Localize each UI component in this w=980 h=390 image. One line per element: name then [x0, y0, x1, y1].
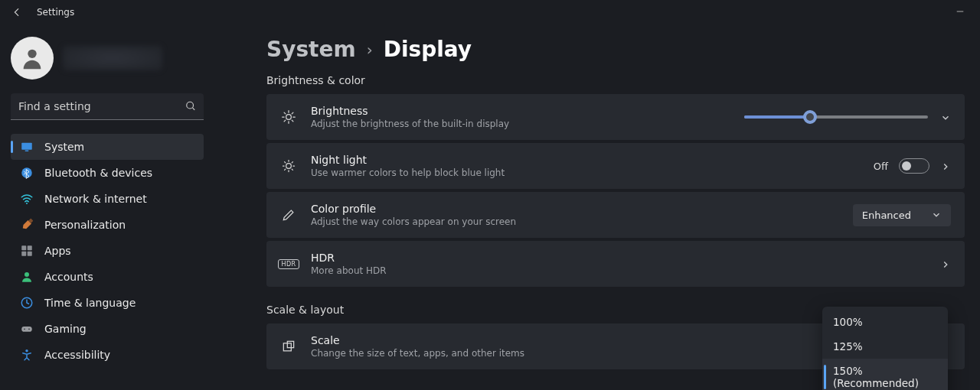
person-icon: [20, 270, 34, 284]
night-light-icon: [280, 158, 297, 174]
sidebar-item-network[interactable]: Network & internet: [11, 186, 204, 212]
sidebar-item-system[interactable]: System: [11, 134, 204, 160]
user-profile[interactable]: [11, 37, 219, 80]
breadcrumb: System › Display: [266, 37, 965, 62]
setting-title: Scale: [311, 334, 524, 346]
globe-clock-icon: [20, 296, 34, 310]
svg-line-26: [284, 120, 286, 122]
svg-point-18: [25, 349, 28, 352]
setting-subtitle: Use warmer colors to help block blue lig…: [311, 167, 505, 178]
svg-rect-4: [21, 143, 32, 150]
svg-rect-10: [28, 245, 32, 250]
breadcrumb-parent[interactable]: System: [266, 37, 356, 62]
svg-point-16: [24, 329, 25, 330]
setting-subtitle: Change the size of text, apps, and other…: [311, 348, 524, 359]
paintbrush-icon: [20, 218, 34, 232]
dropdown-option[interactable]: 125%: [822, 334, 948, 359]
dropdown-option[interactable]: 100%: [822, 310, 948, 334]
svg-line-25: [292, 120, 293, 122]
svg-rect-15: [21, 327, 32, 332]
page-title: Display: [384, 37, 472, 62]
apps-icon: [20, 244, 34, 258]
setting-title: Brightness: [311, 105, 509, 117]
sidebar-item-gaming[interactable]: Gaming: [11, 316, 204, 342]
svg-point-17: [28, 329, 30, 330]
chevron-right-icon[interactable]: [940, 258, 951, 269]
svg-line-24: [284, 112, 286, 114]
svg-line-34: [292, 169, 292, 170]
sidebar-nav: System Bluetooth & devices Network & int…: [11, 134, 204, 368]
setting-color-profile[interactable]: Color profile Adjust the way colors appe…: [266, 192, 965, 238]
sidebar-item-label: Personalization: [44, 219, 126, 231]
setting-night-light[interactable]: Night light Use warmer colors to help bl…: [266, 143, 965, 189]
gamepad-icon: [20, 322, 34, 336]
pen-icon: [280, 207, 297, 223]
svg-line-3: [193, 108, 195, 110]
chevron-down-icon: [931, 210, 942, 220]
window-title: Settings: [37, 7, 74, 18]
dropdown-option-selected[interactable]: 150% (Recommended): [822, 359, 948, 390]
svg-rect-38: [287, 341, 293, 347]
svg-point-7: [26, 203, 28, 204]
monitor-icon: [20, 140, 34, 154]
hdr-icon: HDR: [280, 259, 297, 269]
svg-point-13: [24, 272, 29, 277]
sidebar-item-label: Time & language: [44, 297, 136, 309]
search-icon: [185, 99, 196, 114]
svg-rect-11: [21, 252, 26, 256]
toggle-state-label: Off: [874, 161, 888, 172]
chevron-right-icon[interactable]: [940, 161, 951, 171]
wifi-icon: [20, 192, 34, 206]
svg-point-2: [187, 102, 194, 109]
sidebar-item-accounts[interactable]: Accounts: [11, 264, 204, 290]
chevron-down-icon[interactable]: [940, 112, 951, 122]
svg-point-6: [21, 167, 32, 178]
svg-point-19: [286, 115, 292, 120]
accessibility-icon: [20, 348, 34, 362]
sidebar-item-time-language[interactable]: Time & language: [11, 290, 204, 316]
setting-brightness[interactable]: Brightness Adjust the brightness of the …: [266, 94, 965, 140]
setting-title: Color profile: [311, 203, 516, 215]
svg-line-33: [285, 162, 286, 163]
svg-rect-12: [28, 252, 32, 256]
sidebar-item-bluetooth[interactable]: Bluetooth & devices: [11, 160, 204, 186]
chevron-right-icon: ›: [367, 41, 373, 59]
svg-point-28: [286, 164, 292, 169]
sidebar-item-label: Apps: [44, 245, 71, 257]
setting-title: HDR: [311, 252, 387, 264]
scale-icon: [280, 339, 297, 354]
sidebar-item-label: Accounts: [44, 271, 93, 283]
svg-rect-9: [21, 245, 26, 250]
sidebar-item-label: System: [44, 141, 84, 153]
night-light-toggle[interactable]: [899, 158, 929, 174]
brightness-slider[interactable]: [744, 115, 928, 119]
setting-hdr[interactable]: HDR HDR More about HDR: [266, 241, 965, 287]
setting-title: Night light: [311, 154, 505, 166]
setting-subtitle: Adjust the way colors appear on your scr…: [311, 216, 516, 227]
sidebar-item-accessibility[interactable]: Accessibility: [11, 342, 204, 368]
sidebar-item-label: Network & internet: [44, 193, 147, 205]
sidebar-item-label: Bluetooth & devices: [44, 167, 152, 179]
svg-rect-5: [25, 151, 29, 152]
sun-icon: [280, 109, 297, 125]
setting-subtitle: Adjust the brightness of the built-in di…: [311, 119, 509, 129]
select-value: Enhanced: [862, 210, 911, 221]
bluetooth-icon: [20, 166, 34, 180]
back-button[interactable]: [6, 2, 28, 23]
svg-point-1: [28, 50, 36, 58]
setting-subtitle: More about HDR: [311, 265, 387, 276]
sidebar-item-apps[interactable]: Apps: [11, 238, 204, 264]
section-header-brightness-color: Brightness & color: [266, 74, 965, 86]
minimize-button[interactable]: [946, 3, 974, 21]
svg-line-27: [292, 112, 293, 114]
svg-line-36: [292, 162, 292, 163]
user-name-redacted: [63, 46, 162, 70]
sidebar-item-personalization[interactable]: Personalization: [11, 212, 204, 238]
color-profile-select[interactable]: Enhanced: [853, 204, 951, 226]
sidebar-item-label: Gaming: [44, 323, 87, 335]
sidebar-item-label: Accessibility: [44, 349, 110, 361]
svg-line-35: [285, 169, 286, 170]
avatar: [11, 37, 54, 80]
search-input[interactable]: [11, 93, 204, 120]
scale-dropdown: 100% 125% 150% (Recommended) 175%: [822, 307, 948, 390]
